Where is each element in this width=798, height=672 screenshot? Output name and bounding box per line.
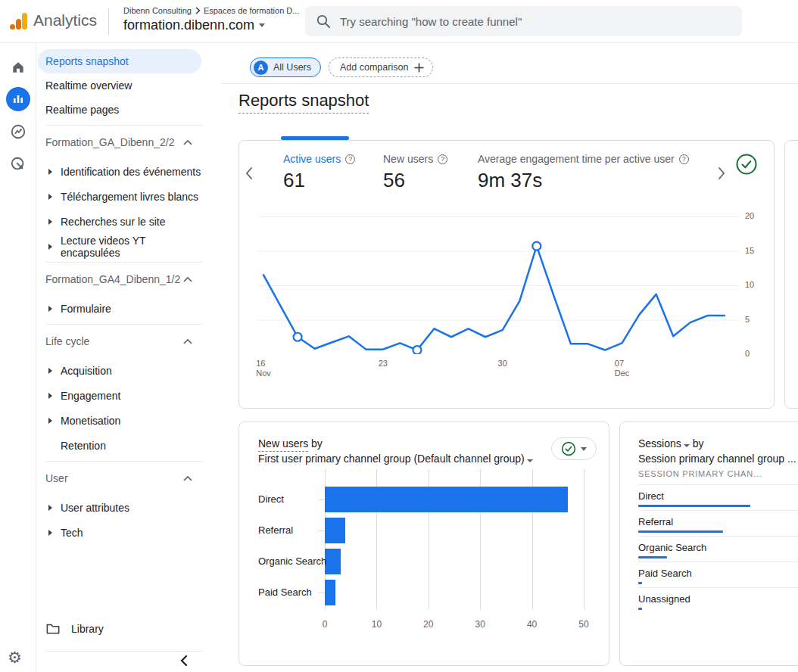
sidebar-item-retention[interactable]: Retention [36, 433, 203, 458]
chevron-up-icon [183, 139, 192, 145]
sidebar-section-user[interactable]: User [36, 462, 203, 495]
x-tick-label: 10 [372, 619, 382, 630]
property-selector[interactable]: formation.dibenn.com [123, 17, 265, 33]
sidebar-item-label: Lecture videos YT encapsulées [61, 235, 203, 259]
settings-gear-icon[interactable]: ⚙ [8, 649, 22, 667]
sidebar-list: Reports snapshotRealtime overviewRealtim… [36, 49, 203, 545]
metric-active-users[interactable]: Active users? 61 [283, 153, 355, 192]
help-icon[interactable]: ? [679, 154, 689, 164]
sidebar-item-library[interactable]: Library [36, 617, 203, 641]
x-tick-label: 23 [379, 359, 388, 369]
header-divider [108, 8, 109, 35]
metric-avg-engagement-time[interactable]: Average engagement time per active user?… [478, 153, 689, 192]
sidebar-item-label: Tech [61, 527, 83, 539]
sidebar-section-label: Formation_GA_Dibenn_2/2 [45, 136, 174, 148]
sidebar-item-acquisition[interactable]: Acquisition [36, 358, 203, 383]
active-metric-tab-indicator [281, 136, 349, 140]
collapse-sidebar-icon[interactable] [179, 655, 189, 670]
session-row-direct[interactable]: Direct [638, 485, 798, 511]
session-row-organic-search[interactable]: Organic Search [638, 537, 798, 562]
sidebar-item-engagement[interactable]: Engagement [36, 383, 203, 408]
add-comparison-button[interactable]: Add comparison [329, 58, 433, 77]
data-point-marker[interactable] [294, 333, 302, 341]
line-chart-y-axis: 05101520 [745, 216, 768, 354]
sidebar-item-formulaire[interactable]: Formulaire [36, 296, 203, 321]
session-row-referral[interactable]: Referral [638, 511, 798, 537]
card-metric-selector[interactable]: Sessions by [638, 436, 798, 451]
rail-reports-icon[interactable] [6, 87, 30, 111]
metric-label: New users [383, 153, 433, 165]
sessions-column-header[interactable]: SESSION PRIMARY CHAN... [638, 469, 762, 478]
data-point-marker[interactable] [413, 346, 421, 354]
session-row-bar [638, 505, 750, 507]
rail-explore-icon[interactable] [6, 120, 30, 144]
sidebar-section-formation-ga4-dibenn-1-2[interactable]: Formation_GA4_Dibenn_1/2 [36, 263, 203, 296]
chevron-down-icon [527, 459, 533, 462]
bar-paid-search[interactable] [325, 580, 335, 605]
search-bar[interactable] [305, 6, 742, 36]
sidebar-item-label: Engagement [61, 390, 120, 402]
reports-sidebar: Reports snapshotRealtime overviewRealtim… [36, 43, 203, 672]
sidebar-item-label: Identification des événements [61, 166, 201, 178]
x-tick-label: 07Dec [615, 359, 630, 378]
insights-menu-button[interactable] [551, 437, 597, 460]
sidebar-item-identification-des-v-nements[interactable]: Identification des événements [36, 159, 203, 184]
metric-new-users[interactable]: New users? 56 [383, 153, 447, 192]
spacer [48, 443, 52, 449]
prev-metrics-button[interactable] [244, 166, 254, 184]
bar-organic-search[interactable] [325, 549, 341, 574]
data-point-marker[interactable] [532, 242, 541, 250]
rail-home-icon[interactable] [6, 55, 30, 79]
breadcrumb-path[interactable]: Espaces de formation D... [204, 6, 300, 15]
active-users-line-chart[interactable] [258, 216, 739, 354]
chevron-up-icon [183, 338, 192, 344]
category-label-paid-search: Paid Search [258, 586, 312, 598]
sidebar-item-recherches-sur-le-site[interactable]: Recherches sur le site [36, 209, 203, 234]
sidebar-item-realtime-pages[interactable]: Realtime pages [36, 98, 201, 122]
sidebar-item-t-l-chargement-livres-blancs[interactable]: Téléchargement livres blancs [36, 184, 203, 209]
y-tick-label: 10 [745, 280, 754, 289]
category-tick [318, 562, 325, 562]
card-dimension-selector[interactable]: First user primary channel group (Defaul… [258, 451, 533, 466]
next-metrics-button[interactable] [716, 166, 727, 184]
help-icon[interactable]: ? [438, 154, 447, 164]
y-tick-label: 0 [745, 349, 750, 358]
expand-arrow-icon [48, 194, 52, 200]
help-icon[interactable]: ? [345, 154, 355, 164]
folder-icon [46, 623, 60, 635]
sidebar-item-tech[interactable]: Tech [36, 520, 203, 545]
breadcrumb-account[interactable]: Dibenn Consulting [123, 6, 192, 15]
breadcrumb[interactable]: Dibenn Consulting Espaces de formation D… [123, 6, 299, 15]
gridline [584, 469, 584, 609]
x-tick-line1: 30 [498, 359, 507, 369]
metric-value: 56 [383, 169, 447, 192]
category-label-referral: Referral [258, 524, 293, 536]
property-name[interactable]: formation.dibenn.com [123, 17, 254, 33]
card-metric-link[interactable]: New users [258, 437, 308, 452]
sidebar-item-reports-snapshot[interactable]: Reports snapshot [38, 49, 201, 73]
bar-direct[interactable] [325, 487, 568, 512]
rail-advertising-icon[interactable] [6, 152, 30, 176]
bar-referral[interactable] [325, 518, 345, 543]
new-users-bar-chart[interactable] [325, 469, 584, 609]
comparison-divider [221, 83, 798, 84]
session-row-unassigned[interactable]: Unassigned [638, 588, 798, 610]
sidebar-item-user-attributes[interactable]: User attributes [36, 495, 203, 520]
insights-check-icon[interactable] [735, 153, 758, 179]
y-tick-label: 20 [745, 211, 754, 220]
sidebar-section-label: User [45, 472, 68, 484]
sidebar-section-formation-ga-dibenn-2-2[interactable]: Formation_GA_Dibenn_2/2 [36, 126, 203, 159]
session-row-bar [638, 530, 723, 533]
search-input[interactable] [340, 15, 703, 28]
all-users-chip[interactable]: A All Users [250, 58, 321, 77]
sidebar-item-monetisation[interactable]: Monetisation [36, 408, 203, 433]
sidebar-section-life-cycle[interactable]: Life cycle [36, 325, 203, 358]
card-dimension-selector[interactable]: Session primary channel group ... [638, 451, 798, 466]
sidebar-item-realtime-overview[interactable]: Realtime overview [36, 73, 201, 98]
session-row-paid-search[interactable]: Paid Search [638, 562, 798, 588]
expand-arrow-icon [48, 368, 52, 374]
comparison-bar: A All Users Add comparison [250, 58, 433, 77]
add-comparison-label: Add comparison [340, 62, 408, 73]
sidebar-item-lecture-videos-yt-encapsul-es[interactable]: Lecture videos YT encapsulées [36, 234, 203, 259]
x-tick-label: 30 [475, 619, 485, 630]
